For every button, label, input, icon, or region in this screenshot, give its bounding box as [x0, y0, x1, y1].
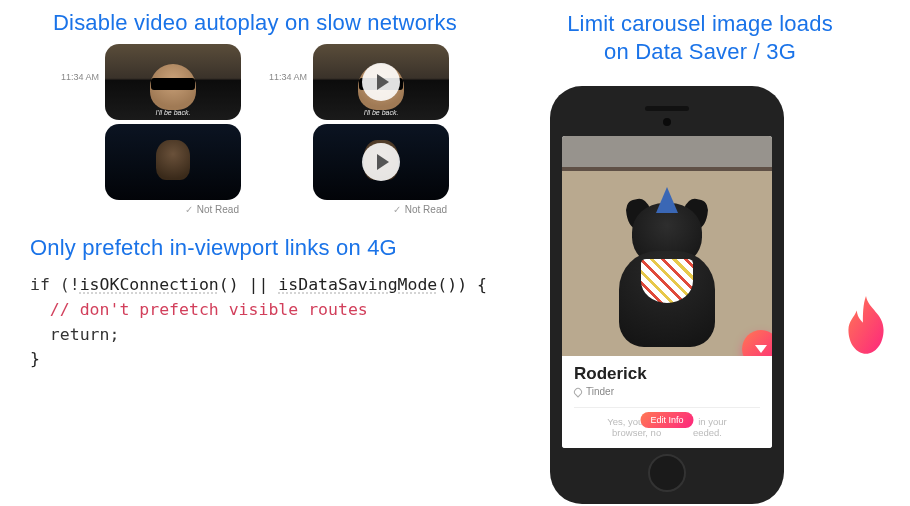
video-thumb-1: I'll be back.	[105, 44, 241, 120]
status-text: Not Read	[197, 204, 239, 215]
tinder-flame-icon	[840, 296, 892, 358]
heading-autoplay: Disable video autoplay on slow networks	[20, 10, 490, 36]
profile-subline: Tinder	[574, 386, 760, 397]
hint-text: in your	[698, 416, 727, 427]
play-icon[interactable]	[362, 143, 400, 181]
read-status: ✓ Not Read	[313, 204, 449, 215]
heading-line2: on Data Saver / 3G	[604, 39, 796, 64]
phone-mockup: Roderick Tinder Yes, you can in your bro…	[550, 86, 784, 504]
timestamp: 11:34 AM	[61, 72, 99, 82]
code-brace: ()) {	[437, 275, 487, 294]
profile-brand: Tinder	[586, 386, 614, 397]
status-text: Not Read	[405, 204, 447, 215]
video-caption: I'll be back.	[156, 109, 191, 116]
code-fn: isOKConnection	[80, 275, 219, 294]
profile-name: Roderick	[574, 364, 760, 384]
hint-text: browser, no	[612, 427, 661, 438]
msg-example-autoplay: 11:34 AM I'll be back. ✓ Not Read	[61, 44, 241, 215]
phone-earpiece	[645, 106, 689, 111]
video-caption: I'll be back.	[364, 109, 399, 116]
profile-card-info: Roderick Tinder Yes, you can in your bro…	[562, 356, 772, 448]
messaging-examples: 11:34 AM I'll be back. ✓ Not Read	[20, 44, 490, 215]
phone-home-button	[648, 454, 686, 492]
profile-photo[interactable]	[562, 136, 772, 356]
video-thumb-1: I'll be back.	[313, 44, 449, 120]
phone-screen: Roderick Tinder Yes, you can in your bro…	[562, 136, 772, 448]
play-icon[interactable]	[362, 63, 400, 101]
code-comment: // don't prefetch visible routes	[30, 300, 368, 319]
edit-info-button[interactable]: Edit Info	[640, 412, 693, 428]
timestamp: 11:34 AM	[269, 72, 307, 82]
msg-example-paused: 11:34 AM I'll be back.	[269, 44, 449, 215]
heading-carousel: Limit carousel image loads on Data Saver…	[490, 10, 910, 65]
code-kw: if (!	[30, 275, 80, 294]
code-return: return;	[30, 325, 119, 344]
video-thumb-2	[313, 124, 449, 200]
pin-icon	[572, 386, 583, 397]
check-icon: ✓	[185, 204, 193, 215]
profile-hint: Yes, you can in your browser, no eeded. …	[574, 407, 760, 438]
check-icon: ✓	[393, 204, 401, 215]
hint-text: eeded.	[693, 427, 722, 438]
heading-prefetch: Only prefetch in-viewport links on 4G	[30, 235, 490, 261]
read-status: ✓ Not Read	[105, 204, 241, 215]
heading-line1: Limit carousel image loads	[567, 11, 833, 36]
code-brace: }	[30, 349, 40, 368]
code-fn: isDataSavingMode	[278, 275, 437, 294]
code-op: () ||	[219, 275, 279, 294]
code-snippet: if (!isOKConnection() || isDataSavingMod…	[30, 273, 490, 372]
phone-camera	[663, 118, 671, 126]
video-thumb-2	[105, 124, 241, 200]
